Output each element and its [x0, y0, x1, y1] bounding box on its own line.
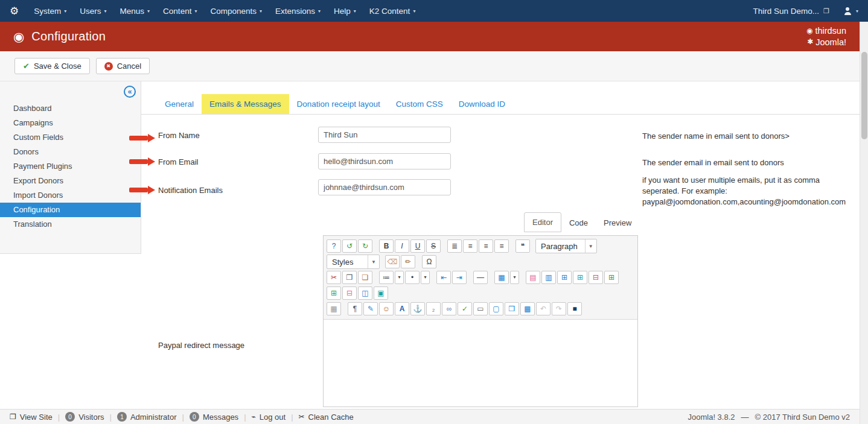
- from-email-input[interactable]: [318, 153, 451, 169]
- edit-html-icon[interactable]: ✎: [363, 302, 378, 315]
- insert-row-before-icon[interactable]: ⊞: [557, 271, 572, 284]
- split-cells-icon[interactable]: ◫: [358, 286, 372, 300]
- italic-icon[interactable]: I: [395, 239, 409, 253]
- logout-link[interactable]: ⌁Log out: [252, 413, 286, 422]
- administrator-status[interactable]: 1Administrator: [117, 412, 177, 422]
- footer-right: Joomla! 3.8.2 — © 2017 Third Sun Demo v2: [688, 413, 850, 422]
- table-cell-properties-icon[interactable]: ▥: [541, 271, 556, 284]
- user-menu[interactable]: ▾: [844, 7, 858, 15]
- menu-menus-label: Menus: [120, 7, 145, 16]
- sidebar-item-import-donors[interactable]: Import Donors: [0, 188, 141, 203]
- table-menu-icon[interactable]: ▾: [510, 271, 519, 284]
- insert-media-icon[interactable]: ▢: [489, 302, 503, 315]
- vertical-scrollbar[interactable]: [860, 22, 868, 424]
- outdent-icon[interactable]: ⇤: [436, 271, 451, 284]
- insert-row-after-icon[interactable]: ⊞: [573, 271, 587, 284]
- scrollbar-thumb[interactable]: [861, 52, 867, 139]
- insert-column-after-icon[interactable]: ⊞: [327, 286, 341, 300]
- tab-editor[interactable]: Editor: [524, 212, 561, 232]
- special-character-icon[interactable]: Ω: [422, 255, 436, 268]
- save-close-button[interactable]: ✔Save & Close: [14, 58, 90, 74]
- undo-disabled-icon[interactable]: ↶: [536, 302, 550, 315]
- underline-icon[interactable]: U: [410, 239, 425, 253]
- sidebar-collapse-icon[interactable]: «: [124, 86, 136, 98]
- fullscreen-icon[interactable]: ■: [567, 302, 582, 315]
- spellcheck-icon[interactable]: ✓: [458, 302, 472, 315]
- view-site-link[interactable]: ❐View Site: [10, 413, 53, 422]
- blockquote-icon[interactable]: ❝: [515, 239, 530, 253]
- sidebar-item-custom-fields[interactable]: Custom Fields: [0, 130, 141, 145]
- emoticons-icon[interactable]: ☺: [379, 302, 394, 315]
- tab-code[interactable]: Code: [561, 214, 596, 232]
- tab-general[interactable]: General: [157, 94, 202, 114]
- sidebar-item-donors[interactable]: Donors: [0, 145, 141, 159]
- tab-emails-messages[interactable]: Emails & Messages: [202, 94, 289, 114]
- menu-menus[interactable]: Menus▾: [113, 0, 157, 22]
- notification-emails-input[interactable]: [318, 179, 451, 195]
- remove-format-icon[interactable]: ⌫: [385, 255, 400, 268]
- table-row-properties-icon[interactable]: ▤: [526, 271, 540, 284]
- insert-image-icon[interactable]: ▩: [520, 302, 535, 315]
- visitors-status[interactable]: 0Visitors: [65, 412, 104, 422]
- messages-status[interactable]: 0Messages: [190, 412, 238, 422]
- sidebar-item-dashboard[interactable]: Dashboard: [0, 101, 141, 116]
- numbered-list-icon[interactable]: ≔: [379, 271, 394, 284]
- paragraph-format-select[interactable]: Paragraph▼: [535, 239, 597, 253]
- menu-users[interactable]: Users▾: [73, 0, 113, 22]
- delete-row-icon[interactable]: ⊟: [589, 271, 603, 284]
- subscript-icon[interactable]: ₂: [426, 302, 441, 315]
- align-right-icon[interactable]: ≡: [494, 239, 509, 253]
- menu-k2-content[interactable]: K2 Content▾: [363, 0, 423, 22]
- insert-link-icon[interactable]: ∞: [442, 302, 456, 315]
- clean-cache-link[interactable]: ✂Clean Cache: [299, 413, 354, 422]
- tab-custom-css[interactable]: Custom CSS: [388, 94, 451, 114]
- undo-icon[interactable]: ↺: [342, 239, 357, 253]
- sidebar-item-configuration[interactable]: Configuration: [0, 203, 141, 217]
- messages-count-badge: 0: [190, 412, 199, 422]
- strikethrough-icon[interactable]: S: [426, 239, 441, 253]
- insert-table-icon[interactable]: ▦: [494, 271, 509, 284]
- bold-icon[interactable]: B: [379, 239, 394, 253]
- insert-column-before-icon[interactable]: ⊞: [604, 271, 619, 284]
- redo-icon[interactable]: ↻: [358, 239, 372, 253]
- redo-disabled-icon[interactable]: ↷: [552, 302, 566, 315]
- menu-components[interactable]: Components▾: [203, 0, 269, 22]
- copy-icon[interactable]: ❐: [342, 271, 357, 284]
- from-name-input[interactable]: [318, 127, 451, 143]
- visual-characters-icon[interactable]: ¶: [348, 302, 362, 315]
- align-center-icon[interactable]: ≡: [463, 239, 477, 253]
- insert-horizontal-line-icon[interactable]: ▭: [473, 302, 488, 315]
- text-color-icon[interactable]: A: [395, 302, 409, 315]
- cut-icon[interactable]: ✂: [327, 271, 341, 284]
- merge-cells-icon[interactable]: ▣: [374, 286, 388, 300]
- sidebar-item-export-donors[interactable]: Export Donors: [0, 174, 141, 188]
- sidebar-item-campaigns[interactable]: Campaigns: [0, 116, 141, 130]
- styles-select[interactable]: Styles▼: [327, 255, 380, 269]
- menu-content[interactable]: Content▾: [156, 0, 203, 22]
- menu-extensions[interactable]: Extensions▾: [269, 0, 327, 22]
- bullet-list-menu-icon[interactable]: ▾: [421, 271, 430, 284]
- tab-preview[interactable]: Preview: [596, 214, 639, 232]
- preview-site-link[interactable]: Third Sun Demo...❐: [753, 7, 829, 16]
- indent-icon[interactable]: ⇥: [452, 271, 467, 284]
- align-left-icon[interactable]: ≡: [479, 239, 493, 253]
- menu-help[interactable]: Help▾: [327, 0, 363, 22]
- numbered-list-menu-icon[interactable]: ▾: [395, 271, 404, 284]
- cancel-button[interactable]: ✖Cancel: [96, 58, 150, 74]
- horizontal-rule-icon[interactable]: —: [473, 271, 488, 284]
- delete-column-icon[interactable]: ⊟: [342, 286, 357, 300]
- insert-template-icon[interactable]: ❒: [505, 302, 519, 315]
- align-justify-icon[interactable]: ≣: [447, 239, 462, 253]
- sidebar-item-payment-plugins[interactable]: Payment Plugins: [0, 159, 141, 174]
- menu-system[interactable]: System▾: [27, 0, 73, 22]
- editor-content-area[interactable]: [324, 320, 637, 407]
- bullet-list-icon[interactable]: •: [405, 271, 420, 284]
- anchor-icon[interactable]: ⚓: [410, 302, 425, 315]
- paste-icon[interactable]: ❏: [358, 271, 372, 284]
- help-icon[interactable]: ?: [327, 239, 341, 253]
- format-brush-icon[interactable]: ✏: [401, 255, 415, 268]
- tab-download-id[interactable]: Download ID: [451, 94, 513, 114]
- tab-donation-receipt-layout[interactable]: Donation receipt layout: [289, 94, 388, 114]
- sidebar-item-translation[interactable]: Translation: [0, 217, 141, 232]
- table-guidelines-icon[interactable]: ▦: [327, 302, 341, 315]
